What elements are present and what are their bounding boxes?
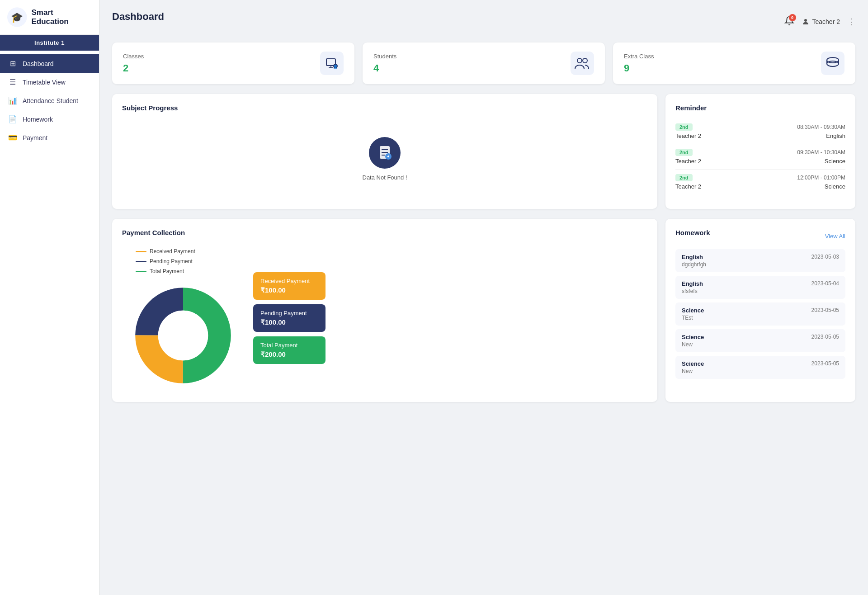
svg-point-24 — [158, 311, 208, 360]
timetable-icon: ☰ — [8, 78, 17, 86]
stat-students-icon-wrap — [571, 52, 594, 75]
reminder-teacher: Teacher 2 — [675, 183, 701, 190]
data-not-found-icon — [369, 137, 401, 169]
svg-point-8 — [577, 58, 582, 63]
homework-title: Homework — [675, 229, 710, 236]
sidebar-item-attendance[interactable]: 📊 Attendance Student — [0, 91, 99, 110]
subject-progress-panel: Subject Progress Data Not Found ! — [112, 94, 657, 209]
stat-extraclass-icon-wrap — [821, 52, 844, 75]
homework-date: 2023-05-05 — [811, 360, 839, 367]
sidebar-item-dashboard-label: Dashboard — [23, 60, 54, 67]
reminder-item: 2nd 09:30AM - 10:30AM Teacher 2 Science — [675, 144, 845, 170]
sidebar-item-payment-label: Payment — [23, 134, 47, 142]
legend-total-label: Total Payment — [150, 268, 184, 274]
notification-badge: 0 — [789, 14, 796, 21]
homework-item: English 2023-05-04 sfsfefs — [675, 276, 845, 299]
view-all-link[interactable]: View All — [825, 233, 845, 240]
notification-bell[interactable]: 0 — [784, 16, 794, 28]
main-content: Dashboard 0 Teacher 2 ⋮ Classes 2 — [99, 0, 868, 595]
donut-svg — [131, 283, 235, 387]
homework-desc: New — [682, 368, 839, 374]
homework-date: 2023-05-04 — [811, 280, 839, 287]
payment-pending-value: ₹100.00 — [260, 318, 318, 326]
reminder-subject: Science — [825, 183, 845, 190]
homework-item: Science 2023-05-05 TEst — [675, 302, 845, 326]
payment-total-label: Total Payment — [260, 342, 318, 349]
svg-point-9 — [583, 58, 587, 63]
legend-pending-label: Pending Payment — [150, 258, 193, 264]
homework-subject: Science — [682, 307, 704, 314]
reminder-badge: 2nd — [675, 174, 693, 181]
homework-item: English 2023-05-03 dgdghrfgh — [675, 249, 845, 272]
reminder-teacher: Teacher 2 — [675, 158, 701, 165]
stat-classes-label: Classes — [123, 53, 144, 60]
homework-list: English 2023-05-03 dgdghrfgh English 202… — [675, 249, 845, 379]
user-name: Teacher 2 — [812, 18, 840, 25]
payment-received-value: ₹100.00 — [260, 286, 318, 294]
sidebar: 🎓 Smart Education Institute 1 ⊞ Dashboar… — [0, 0, 99, 595]
payment-total-value: ₹200.00 — [260, 350, 318, 359]
homework-date: 2023-05-03 — [811, 254, 839, 260]
reminder-badge: 2nd — [675, 123, 693, 131]
legend-received: Received Payment — [136, 248, 235, 255]
payment-legend: Received Payment Pending Payment Total P… — [136, 248, 235, 274]
legend-pending-dot — [136, 261, 146, 262]
subject-progress-title: Subject Progress — [122, 104, 647, 112]
svg-point-2 — [804, 19, 807, 22]
extraclass-icon — [825, 56, 840, 71]
stats-row: Classes 2 👤 Students 4 — [112, 42, 855, 84]
sidebar-item-homework[interactable]: 📄 Homework — [0, 110, 99, 128]
legend-total-dot — [136, 271, 146, 272]
sidebar-item-dashboard[interactable]: ⊞ Dashboard — [0, 54, 99, 73]
legend-total: Total Payment — [136, 268, 235, 274]
reminder-time: 12:00PM - 01:00PM — [797, 175, 845, 181]
bottom-row: Payment Collection Received Payment Pend… — [112, 219, 855, 402]
sidebar-item-payment[interactable]: 💳 Payment — [0, 128, 99, 147]
reminder-subject: English — [826, 132, 845, 139]
document-icon — [376, 144, 393, 161]
svg-point-13 — [827, 61, 839, 66]
payment-pending-label: Pending Payment — [260, 310, 318, 316]
homework-desc: dgdghrfgh — [682, 261, 839, 268]
reminder-item: 2nd 12:00PM - 01:00PM Teacher 2 Science — [675, 170, 845, 194]
payment-chart-area: Received Payment Pending Payment Total P… — [122, 244, 647, 392]
stat-extraclass-label: Extra Class — [624, 53, 654, 60]
reminder-title: Reminder — [675, 104, 845, 112]
homework-desc: New — [682, 341, 839, 348]
payment-collection-title: Payment Collection — [122, 229, 647, 236]
more-options-icon[interactable]: ⋮ — [847, 17, 855, 27]
legend-received-dot — [136, 251, 146, 252]
svg-text:👤: 👤 — [333, 64, 338, 69]
homework-subject: English — [682, 280, 703, 287]
payment-received-label: Received Payment — [260, 278, 318, 284]
sidebar-item-timetable[interactable]: ☰ Timetable View — [0, 73, 99, 91]
stat-extraclass-value: 9 — [624, 62, 654, 74]
data-not-found-text: Data Not Found ! — [363, 174, 407, 181]
reminder-item: 2nd 08:30AM - 09:30AM Teacher 2 English — [675, 119, 845, 144]
middle-row: Subject Progress Data Not Found ! — [112, 94, 855, 209]
sidebar-nav: ⊞ Dashboard ☰ Timetable View 📊 Attendanc… — [0, 51, 99, 151]
stat-card-classes: Classes 2 👤 — [112, 42, 354, 84]
classes-icon: 👤 — [325, 56, 339, 71]
sidebar-item-attendance-label: Attendance Student — [23, 97, 78, 104]
sidebar-item-homework-label: Homework — [23, 116, 53, 123]
reminder-subject: Science — [825, 158, 845, 165]
user-info: Teacher 2 — [802, 18, 840, 26]
payment-card-pending: Pending Payment ₹100.00 — [253, 304, 326, 332]
stat-card-extraclass: Extra Class 9 — [613, 42, 855, 84]
sidebar-logo: 🎓 Smart Education — [0, 0, 99, 35]
homework-item: Science 2023-05-05 New — [675, 329, 845, 352]
stat-students-value: 4 — [373, 62, 396, 74]
homework-item: Science 2023-05-05 New — [675, 356, 845, 379]
svg-text:🎓: 🎓 — [11, 11, 24, 24]
payment-collection-panel: Payment Collection Received Payment Pend… — [112, 219, 657, 402]
students-icon — [574, 57, 590, 70]
institute-label: Institute 1 — [0, 35, 99, 51]
homework-subject: English — [682, 254, 703, 260]
homework-desc: TEst — [682, 315, 839, 321]
homework-date: 2023-05-05 — [811, 334, 839, 340]
legend-pending: Pending Payment — [136, 258, 235, 264]
user-icon — [802, 18, 810, 26]
homework-header: Homework View All — [675, 229, 845, 244]
dashboard-icon: ⊞ — [8, 59, 17, 68]
